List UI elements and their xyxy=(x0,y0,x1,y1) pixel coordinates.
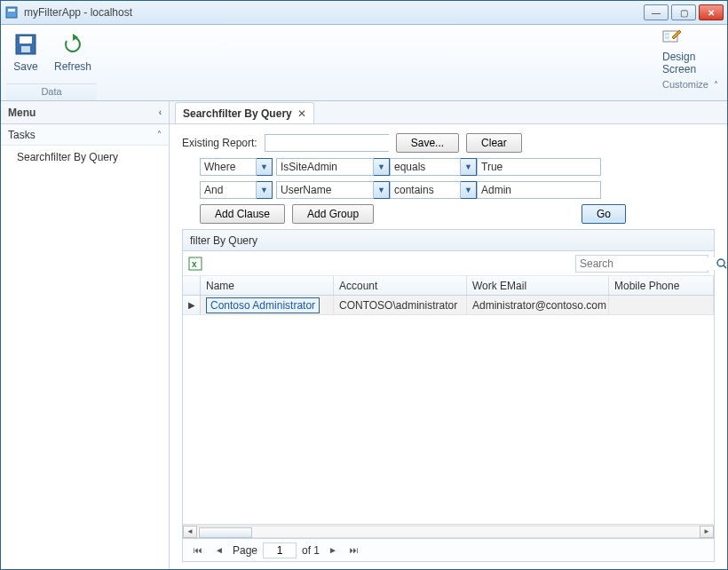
sidebar-menu-header[interactable]: Menu ‹ xyxy=(1,101,169,124)
dropdown-arrow-icon[interactable]: ▼ xyxy=(257,158,273,176)
filter-op-1[interactable]: And xyxy=(200,181,257,199)
save-icon xyxy=(12,30,40,59)
save-button[interactable]: Save xyxy=(6,28,45,83)
tabbar: Searchfilter By Query ✕ xyxy=(170,101,727,124)
existing-report-input[interactable] xyxy=(265,135,406,151)
scroll-right-icon[interactable]: ► xyxy=(700,526,714,538)
add-group-button[interactable]: Add Group xyxy=(292,204,374,224)
minimize-button[interactable]: — xyxy=(644,4,669,20)
svg-rect-0 xyxy=(6,7,17,18)
scroll-left-icon[interactable]: ◄ xyxy=(183,526,197,538)
sidebar-tasks-header[interactable]: Tasks ˄ xyxy=(1,124,169,146)
sidebar-item-searchfilter[interactable]: Searchfilter By Query xyxy=(1,146,169,169)
pager-page-label: Page xyxy=(233,544,257,557)
grid-body: ▶ Contoso Administrator CONTOSO\administ… xyxy=(183,296,714,524)
dropdown-arrow-icon[interactable]: ▼ xyxy=(374,181,390,199)
screen-label[interactable]: Screen xyxy=(662,63,718,75)
close-button[interactable]: ✕ xyxy=(699,4,724,20)
svg-point-10 xyxy=(717,259,724,266)
cell-account: CONTOSO\administrator xyxy=(334,296,467,314)
window-buttons: — ▢ ✕ xyxy=(644,4,724,20)
filter-row-1: And ▼ UserName ▼ contains ▼ Admin xyxy=(200,181,715,199)
excel-export-icon[interactable]: x xyxy=(188,257,202,271)
grid-search[interactable] xyxy=(575,255,708,273)
chevron-left-icon[interactable]: ‹ xyxy=(159,107,162,117)
dropdown-arrow-icon[interactable]: ▼ xyxy=(461,181,477,199)
ribbon-group-label-customize: Customize xyxy=(662,79,708,90)
svg-text:x: x xyxy=(192,259,197,269)
filter-field-0[interactable]: IsSiteAdmin xyxy=(276,158,374,176)
refresh-button[interactable]: Refresh xyxy=(49,28,97,83)
col-name[interactable]: Name xyxy=(201,276,334,295)
svg-rect-1 xyxy=(8,9,15,12)
col-phone[interactable]: Mobile Phone xyxy=(609,276,714,295)
filter-op-0[interactable]: Where xyxy=(200,158,257,176)
pager-current-input[interactable] xyxy=(263,542,297,558)
design-screen-icon xyxy=(662,30,682,49)
ribbon-group-data: Save Refresh Data xyxy=(1,25,102,100)
design-label[interactable]: Design xyxy=(662,51,718,63)
refresh-icon xyxy=(59,30,87,59)
pager-of-label: of 1 xyxy=(302,544,320,557)
pager-first-icon[interactable]: ⏮ xyxy=(190,542,206,558)
filter-cmp-1[interactable]: contains xyxy=(390,181,461,199)
existing-report-label: Existing Report: xyxy=(182,137,257,149)
window-title: myFilterApp - localhost xyxy=(24,6,644,19)
dropdown-arrow-icon[interactable]: ▼ xyxy=(461,158,477,176)
maximize-button[interactable]: ▢ xyxy=(671,4,696,20)
search-icon[interactable] xyxy=(716,258,727,269)
cell-email: Administrator@contoso.com xyxy=(467,296,609,314)
row-indicator-icon: ▶ xyxy=(183,296,201,314)
col-email[interactable]: Work EMail xyxy=(467,276,609,295)
grid-title: filter By Query xyxy=(183,230,714,251)
scroll-track[interactable] xyxy=(197,526,700,538)
save-report-button[interactable]: Save... xyxy=(396,133,459,153)
pager-next-icon[interactable]: ► xyxy=(325,542,341,558)
main: Searchfilter By Query ✕ Existing Report:… xyxy=(170,101,727,569)
filter-row-0: Where ▼ IsSiteAdmin ▼ equals ▼ True xyxy=(200,158,715,176)
filter-val-1[interactable]: Admin xyxy=(477,181,601,199)
svg-rect-7 xyxy=(665,36,669,39)
col-account[interactable]: Account xyxy=(334,276,467,295)
horizontal-scrollbar[interactable]: ◄ ► xyxy=(183,524,714,538)
ribbon-group-label-data: Data xyxy=(6,83,97,100)
app-icon xyxy=(4,5,19,20)
add-clause-button[interactable]: Add Clause xyxy=(200,204,285,224)
grid-toolbar: x xyxy=(183,251,714,276)
go-button[interactable]: Go xyxy=(582,204,626,224)
tab-close-icon[interactable]: ✕ xyxy=(297,107,306,120)
grid-header: Name Account Work EMail Mobile Phone xyxy=(183,276,714,296)
pager: ⏮ ◄ Page of 1 ► ⏭ xyxy=(183,538,714,561)
content: Existing Report: ▼ Save... Clear Where ▼… xyxy=(170,124,727,569)
dropdown-arrow-icon[interactable]: ▼ xyxy=(374,158,390,176)
grid-panel: filter By Query x xyxy=(182,229,715,562)
filter-cmp-0[interactable]: equals xyxy=(390,158,461,176)
scroll-thumb[interactable] xyxy=(199,527,252,538)
body: Menu ‹ Tasks ˄ Searchfilter By Query Sea… xyxy=(1,101,727,569)
row-header-blank xyxy=(183,276,201,295)
clear-report-button[interactable]: Clear xyxy=(466,133,522,153)
cell-phone xyxy=(609,296,714,314)
tab-searchfilter[interactable]: Searchfilter By Query ✕ xyxy=(175,102,314,123)
cell-name[interactable]: Contoso Administrator xyxy=(206,297,320,313)
pager-last-icon[interactable]: ⏭ xyxy=(346,542,362,558)
dropdown-arrow-icon[interactable]: ▼ xyxy=(257,181,273,199)
app-window: myFilterApp - localhost — ▢ ✕ Save xyxy=(0,0,728,570)
filter-field-1[interactable]: UserName xyxy=(276,181,374,199)
svg-rect-4 xyxy=(21,46,30,52)
filter-val-0[interactable]: True xyxy=(477,158,601,176)
chevron-up-icon[interactable]: ˄ xyxy=(714,80,718,90)
ribbon-group-customize: Design Screen Customize ˄ xyxy=(657,25,727,100)
chevron-up-icon[interactable]: ˄ xyxy=(157,130,162,139)
existing-report-dropdown[interactable]: ▼ xyxy=(265,134,389,152)
pager-prev-icon[interactable]: ◄ xyxy=(211,542,227,558)
svg-line-11 xyxy=(724,265,726,268)
sidebar: Menu ‹ Tasks ˄ Searchfilter By Query xyxy=(1,101,170,569)
grid-search-input[interactable] xyxy=(576,257,716,270)
svg-rect-6 xyxy=(665,33,669,36)
existing-report-row: Existing Report: ▼ Save... Clear xyxy=(182,133,715,153)
table-row[interactable]: ▶ Contoso Administrator CONTOSO\administ… xyxy=(183,296,714,315)
titlebar: myFilterApp - localhost — ▢ ✕ xyxy=(1,1,727,25)
svg-rect-3 xyxy=(20,36,32,44)
ribbon: Save Refresh Data Design Screen Customiz… xyxy=(1,25,727,101)
